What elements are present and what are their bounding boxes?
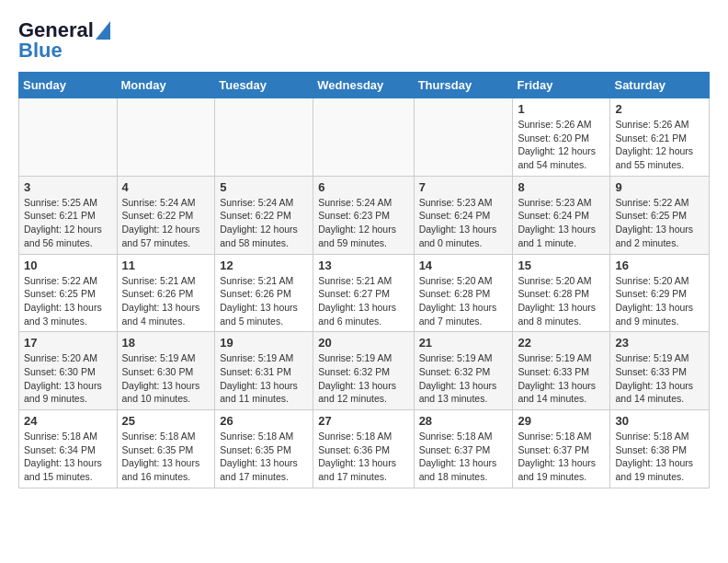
calendar-cell-w1-d2: 5Sunrise: 5:24 AMSunset: 6:22 PMDaylight… (215, 176, 313, 254)
calendar-cell-w2-d5: 15Sunrise: 5:20 AMSunset: 6:28 PMDayligh… (513, 254, 610, 332)
day-detail: Sunrise: 5:20 AMSunset: 6:29 PMDaylight:… (615, 274, 704, 328)
day-number: 16 (615, 259, 704, 272)
calendar-cell-w3-d2: 19Sunrise: 5:19 AMSunset: 6:31 PMDayligh… (215, 332, 313, 410)
day-detail: Sunrise: 5:19 AMSunset: 6:33 PMDaylight:… (615, 351, 704, 406)
day-detail: Sunrise: 5:19 AMSunset: 6:31 PMDaylight:… (220, 351, 308, 406)
day-number: 9 (615, 180, 704, 194)
calendar-cell-w0-d1 (117, 98, 215, 177)
day-detail: Sunrise: 5:24 AMSunset: 6:22 PMDaylight:… (122, 196, 210, 250)
day-number: 20 (318, 336, 408, 350)
day-number: 11 (122, 259, 210, 272)
day-detail: Sunrise: 5:25 AMSunset: 6:21 PMDaylight:… (24, 196, 112, 250)
calendar-cell-w4-d2: 26Sunrise: 5:18 AMSunset: 6:35 PMDayligh… (215, 410, 313, 488)
day-number: 12 (220, 259, 308, 272)
header-row: SundayMondayTuesdayWednesdayThursdayFrid… (19, 73, 710, 98)
day-detail: Sunrise: 5:23 AMSunset: 6:24 PMDaylight:… (419, 196, 508, 250)
day-detail: Sunrise: 5:24 AMSunset: 6:23 PMDaylight:… (318, 196, 408, 250)
calendar-cell-w2-d1: 11Sunrise: 5:21 AMSunset: 6:26 PMDayligh… (117, 254, 215, 332)
day-number: 4 (122, 180, 210, 194)
calendar-cell-w3-d1: 18Sunrise: 5:19 AMSunset: 6:30 PMDayligh… (117, 332, 215, 410)
calendar-cell-w1-d5: 8Sunrise: 5:23 AMSunset: 6:24 PMDaylight… (513, 176, 610, 254)
day-detail: Sunrise: 5:24 AMSunset: 6:22 PMDaylight:… (220, 196, 308, 250)
header-day-tuesday: Tuesday (215, 73, 313, 98)
calendar-cell-w4-d0: 24Sunrise: 5:18 AMSunset: 6:34 PMDayligh… (19, 410, 118, 488)
day-number: 27 (318, 414, 408, 428)
day-number: 23 (615, 336, 704, 350)
day-number: 8 (518, 180, 605, 194)
day-detail: Sunrise: 5:21 AMSunset: 6:27 PMDaylight:… (318, 274, 408, 328)
day-number: 6 (318, 180, 408, 194)
header-day-sunday: Sunday (19, 73, 118, 98)
day-detail: Sunrise: 5:18 AMSunset: 6:36 PMDaylight:… (318, 430, 408, 484)
calendar-cell-w3-d4: 21Sunrise: 5:19 AMSunset: 6:32 PMDayligh… (414, 332, 513, 410)
header-day-saturday: Saturday (610, 73, 710, 98)
day-number: 15 (518, 259, 605, 272)
calendar-cell-w4-d3: 27Sunrise: 5:18 AMSunset: 6:36 PMDayligh… (313, 410, 414, 488)
calendar-cell-w0-d6: 2Sunrise: 5:26 AMSunset: 6:21 PMDaylight… (610, 98, 710, 177)
calendar-cell-w2-d6: 16Sunrise: 5:20 AMSunset: 6:29 PMDayligh… (610, 254, 710, 332)
svg-marker-0 (96, 21, 110, 40)
calendar-cell-w4-d1: 25Sunrise: 5:18 AMSunset: 6:35 PMDayligh… (117, 410, 215, 488)
day-number: 30 (615, 414, 704, 428)
day-number: 24 (24, 414, 112, 428)
calendar-cell-w1-d0: 3Sunrise: 5:25 AMSunset: 6:21 PMDaylight… (19, 176, 118, 254)
day-detail: Sunrise: 5:18 AMSunset: 6:35 PMDaylight:… (122, 430, 210, 484)
calendar-cell-w1-d3: 6Sunrise: 5:24 AMSunset: 6:23 PMDaylight… (313, 176, 414, 254)
day-detail: Sunrise: 5:18 AMSunset: 6:37 PMDaylight:… (419, 430, 508, 484)
calendar-cell-w0-d4 (414, 98, 513, 177)
day-detail: Sunrise: 5:20 AMSunset: 6:28 PMDaylight:… (419, 274, 508, 328)
calendar-table: SundayMondayTuesdayWednesdayThursdayFrid… (18, 72, 710, 488)
day-detail: Sunrise: 5:21 AMSunset: 6:26 PMDaylight:… (122, 274, 210, 328)
logo-triangle-icon (96, 21, 110, 40)
calendar-cell-w3-d0: 17Sunrise: 5:20 AMSunset: 6:30 PMDayligh… (19, 332, 118, 410)
header-day-friday: Friday (513, 73, 610, 98)
week-row-1: 3Sunrise: 5:25 AMSunset: 6:21 PMDaylight… (19, 176, 710, 254)
day-number: 29 (518, 414, 605, 428)
calendar-cell-w1-d1: 4Sunrise: 5:24 AMSunset: 6:22 PMDaylight… (117, 176, 215, 254)
day-detail: Sunrise: 5:19 AMSunset: 6:30 PMDaylight:… (122, 351, 210, 406)
day-detail: Sunrise: 5:19 AMSunset: 6:33 PMDaylight:… (518, 351, 605, 406)
day-detail: Sunrise: 5:23 AMSunset: 6:24 PMDaylight:… (518, 196, 605, 250)
week-row-2: 10Sunrise: 5:22 AMSunset: 6:25 PMDayligh… (19, 254, 710, 332)
calendar-cell-w3-d3: 20Sunrise: 5:19 AMSunset: 6:32 PMDayligh… (313, 332, 414, 410)
calendar-cell-w3-d5: 22Sunrise: 5:19 AMSunset: 6:33 PMDayligh… (513, 332, 610, 410)
header-day-wednesday: Wednesday (313, 73, 414, 98)
calendar-cell-w2-d3: 13Sunrise: 5:21 AMSunset: 6:27 PMDayligh… (313, 254, 414, 332)
day-number: 26 (220, 414, 308, 428)
calendar-cell-w0-d2 (215, 98, 313, 177)
day-detail: Sunrise: 5:18 AMSunset: 6:35 PMDaylight:… (220, 430, 308, 484)
calendar-cell-w4-d6: 30Sunrise: 5:18 AMSunset: 6:38 PMDayligh… (610, 410, 710, 488)
day-detail: Sunrise: 5:19 AMSunset: 6:32 PMDaylight:… (419, 351, 508, 406)
header-day-monday: Monday (117, 73, 215, 98)
day-number: 22 (518, 336, 605, 350)
day-number: 17 (24, 336, 112, 350)
calendar-cell-w1-d6: 9Sunrise: 5:22 AMSunset: 6:25 PMDaylight… (610, 176, 710, 254)
week-row-3: 17Sunrise: 5:20 AMSunset: 6:30 PMDayligh… (19, 332, 710, 410)
calendar-cell-w2-d0: 10Sunrise: 5:22 AMSunset: 6:25 PMDayligh… (19, 254, 118, 332)
day-number: 28 (419, 414, 508, 428)
week-row-0: 1Sunrise: 5:26 AMSunset: 6:20 PMDaylight… (19, 98, 710, 177)
day-detail: Sunrise: 5:18 AMSunset: 6:37 PMDaylight:… (518, 430, 605, 484)
day-number: 10 (24, 259, 112, 272)
day-detail: Sunrise: 5:19 AMSunset: 6:32 PMDaylight:… (318, 351, 408, 406)
day-number: 2 (615, 102, 704, 116)
day-number: 14 (419, 259, 508, 272)
week-row-4: 24Sunrise: 5:18 AMSunset: 6:34 PMDayligh… (19, 410, 710, 488)
day-number: 13 (318, 259, 408, 272)
page-header: General Blue (18, 18, 710, 63)
day-detail: Sunrise: 5:20 AMSunset: 6:30 PMDaylight:… (24, 351, 112, 406)
day-detail: Sunrise: 5:18 AMSunset: 6:34 PMDaylight:… (24, 430, 112, 484)
calendar-cell-w1-d4: 7Sunrise: 5:23 AMSunset: 6:24 PMDaylight… (414, 176, 513, 254)
calendar-cell-w4-d4: 28Sunrise: 5:18 AMSunset: 6:37 PMDayligh… (414, 410, 513, 488)
day-number: 3 (24, 180, 112, 194)
calendar-cell-w0-d5: 1Sunrise: 5:26 AMSunset: 6:20 PMDaylight… (513, 98, 610, 177)
day-detail: Sunrise: 5:21 AMSunset: 6:26 PMDaylight:… (220, 274, 308, 328)
day-number: 5 (220, 180, 308, 194)
day-number: 18 (122, 336, 210, 350)
calendar-cell-w0-d0 (19, 98, 118, 177)
day-detail: Sunrise: 5:26 AMSunset: 6:20 PMDaylight:… (518, 118, 605, 172)
day-number: 19 (220, 336, 308, 350)
day-number: 1 (518, 102, 605, 116)
calendar-cell-w2-d4: 14Sunrise: 5:20 AMSunset: 6:28 PMDayligh… (414, 254, 513, 332)
day-detail: Sunrise: 5:22 AMSunset: 6:25 PMDaylight:… (615, 196, 704, 250)
